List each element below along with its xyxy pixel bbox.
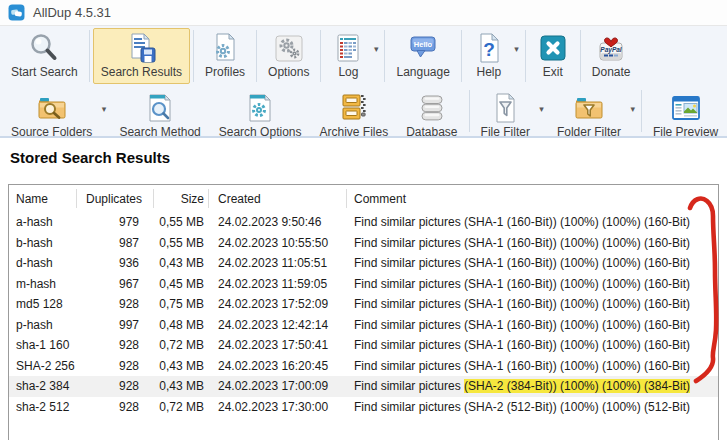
dropdown-arrow-icon[interactable]: ▾ <box>102 105 107 114</box>
table-header: NameDuplicatesSizeCreatedComment <box>9 185 718 212</box>
cell-size: 0,48 MB <box>153 318 208 332</box>
table-row[interactable]: d-hash9360,43 MB24.02.2023 11:05:51Find … <box>9 253 718 274</box>
gears-icon <box>273 32 305 64</box>
paypal-heart-icon: PayPal <box>595 32 627 64</box>
toolbar-button-label: Search Options <box>219 126 302 139</box>
cell-dup: 928 <box>76 359 153 373</box>
toolbar-button-language[interactable]: HelloLanguage <box>388 28 457 84</box>
svg-text:Hello: Hello <box>414 40 433 49</box>
toolbar-button-label: Source Folders <box>11 126 92 139</box>
cell-created: 24.02.2023 17:50:41 <box>208 338 346 352</box>
toolbar-button-label: Folder Filter <box>557 126 621 139</box>
toolbar-button-exit[interactable]: Exit <box>529 28 577 84</box>
toolbar-separator <box>525 30 526 82</box>
toolbar-button-label: File Filter <box>481 126 530 139</box>
toolbar-button-folder-filter[interactable]: Folder Filter▾ <box>549 88 638 134</box>
stored-search-results-table: NameDuplicatesSizeCreatedComment a-hash9… <box>8 184 719 440</box>
zip-archive-icon <box>338 92 370 124</box>
table-row[interactable]: sha-2 3849280,43 MB24.02.2023 17:00:09Fi… <box>9 376 718 397</box>
toolbar-button-file-filter[interactable]: File Filter▾ <box>473 88 547 134</box>
column-separator[interactable] <box>208 189 209 208</box>
table-row[interactable]: b-hash9870,55 MB24.02.2023 10:55:50Find … <box>9 233 718 254</box>
toolbar-button-source-folders[interactable]: Source Folders▾ <box>3 88 109 134</box>
cell-name: sha-1 160 <box>9 338 76 352</box>
toolbar-button-search-results[interactable]: Search Results <box>93 28 190 84</box>
toolbar-button-search-method[interactable]: Search Method <box>111 88 208 134</box>
column-header-name[interactable]: Name <box>9 192 76 206</box>
cell-created: 24.02.2023 17:52:09 <box>208 297 346 311</box>
cell-size: 0,55 MB <box>153 236 208 250</box>
cell-comment: Find similar pictures (SHA-2 (512-Bit)) … <box>346 400 718 414</box>
table-row[interactable]: p-hash9970,48 MB24.02.2023 12:42:14Find … <box>9 315 718 336</box>
table-row[interactable]: sha-2 5129280,72 MB24.02.2023 17:30:00Fi… <box>9 397 718 418</box>
table-row[interactable]: sha-1 1609280,72 MB24.02.2023 17:50:41Fi… <box>9 335 718 356</box>
cell-name: m-hash <box>9 277 76 291</box>
cell-name: a-hash <box>9 215 76 229</box>
cell-comment: Find similar pictures (SHA-1 (160-Bit)) … <box>346 277 718 291</box>
toolbar-primary: Start SearchSearch ResultsProfilesOption… <box>0 26 727 86</box>
column-separator[interactable] <box>76 189 77 208</box>
table-row[interactable]: SHA-2 2569280,43 MB24.02.2023 16:20:45Fi… <box>9 356 718 377</box>
cell-created: 24.02.2023 17:30:00 <box>208 400 346 414</box>
column-separator[interactable] <box>346 189 347 208</box>
folder-funnel-icon <box>573 92 605 124</box>
toolbar-button-file-preview[interactable]: File Preview <box>645 88 726 134</box>
toolbar-button-start-search[interactable]: Start Search <box>3 28 86 84</box>
toolbar-button-log[interactable]: Log▾ <box>324 28 381 84</box>
toolbar-button-help[interactable]: ?Help▾ <box>465 28 522 84</box>
dropdown-arrow-icon[interactable]: ▾ <box>514 45 519 54</box>
toolbar-button-database[interactable]: Database <box>398 88 465 134</box>
database-icon <box>416 92 448 124</box>
toolbar-button-label: Help <box>477 66 502 79</box>
toolbar-button-archive-files[interactable]: Archive Files <box>311 88 396 134</box>
cell-name: p-hash <box>9 318 76 332</box>
title-bar: AllDup 4.5.31 <box>0 0 727 26</box>
dropdown-arrow-icon[interactable]: ▾ <box>630 105 635 114</box>
cell-dup: 928 <box>76 379 153 393</box>
cell-dup: 979 <box>76 215 153 229</box>
cell-created: 24.02.2023 17:00:09 <box>208 379 346 393</box>
table-body: a-hash9790,55 MB24.02.2023 9:50:46Find s… <box>9 212 718 417</box>
toolbar-button-label: Start Search <box>11 66 78 79</box>
cell-dup: 997 <box>76 318 153 332</box>
cell-size: 0,55 MB <box>153 215 208 229</box>
column-separator[interactable] <box>153 189 154 208</box>
column-header-dup[interactable]: Duplicates <box>76 192 153 206</box>
cell-name: sha-2 384 <box>9 379 76 393</box>
log-sheet-icon <box>332 32 364 64</box>
cell-dup: 936 <box>76 256 153 270</box>
toolbar-button-search-options[interactable]: Search Options <box>211 88 310 134</box>
preview-window-icon <box>670 92 702 124</box>
toolbar-separator <box>461 30 462 82</box>
toolbar-button-label: Log <box>338 66 358 79</box>
cell-comment: Find similar pictures (SHA-2 (384-Bit)) … <box>346 379 718 393</box>
cell-created: 24.02.2023 16:20:45 <box>208 359 346 373</box>
cell-name: sha-2 512 <box>9 400 76 414</box>
toolbar-button-donate[interactable]: PayPalDonate <box>584 28 639 84</box>
cell-created: 24.02.2023 11:59:05 <box>208 277 346 291</box>
page-title: Stored Search Results <box>10 149 170 166</box>
table-row[interactable]: a-hash9790,55 MB24.02.2023 9:50:46Find s… <box>9 212 718 233</box>
toolbar-button-label: Exit <box>543 66 563 79</box>
table-row[interactable]: md5 1289280,75 MB24.02.2023 17:52:09Find… <box>9 294 718 315</box>
toolbar-button-profiles[interactable]: Profiles <box>197 28 253 84</box>
document-floppy-icon <box>125 32 157 64</box>
document-gear-icon <box>209 32 241 64</box>
cell-name: b-hash <box>9 236 76 250</box>
column-header-created[interactable]: Created <box>208 192 346 206</box>
toolbar-separator <box>89 30 90 82</box>
toolbar-button-options[interactable]: Options <box>260 28 317 84</box>
toolbar-separator <box>320 30 321 82</box>
dropdown-arrow-icon[interactable]: ▾ <box>374 45 379 54</box>
column-header-comment[interactable]: Comment <box>346 192 718 206</box>
table-row[interactable]: m-hash9670,45 MB24.02.2023 11:59:05Find … <box>9 274 718 295</box>
cell-size: 0,45 MB <box>153 277 208 291</box>
toolbar-button-label: Options <box>268 66 309 79</box>
column-header-size[interactable]: Size <box>153 192 208 206</box>
alldup-logo-icon <box>8 4 25 21</box>
cell-size: 0,43 MB <box>153 359 208 373</box>
speech-bubble-icon: Hello <box>407 32 439 64</box>
cell-dup: 928 <box>76 400 153 414</box>
dropdown-arrow-icon[interactable]: ▾ <box>539 105 544 114</box>
cell-size: 0,43 MB <box>153 379 208 393</box>
